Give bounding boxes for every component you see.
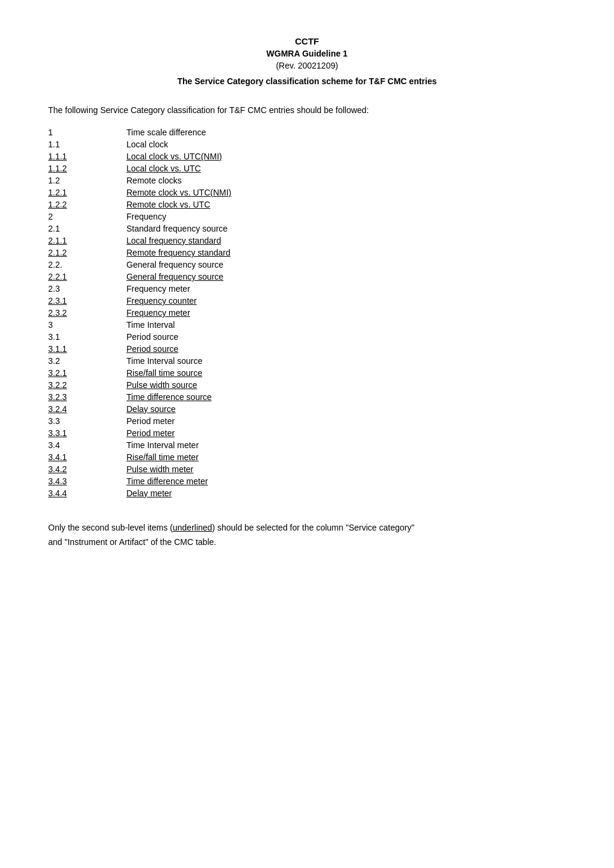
toc-num: 1.2 xyxy=(48,174,120,186)
toc-label: Local clock vs. UTC xyxy=(120,162,566,174)
toc-row: 1.2Remote clocks xyxy=(48,174,566,186)
toc-label: Pulse width meter xyxy=(120,463,566,475)
toc-num: 3.3 xyxy=(48,415,120,427)
toc-label: Local clock vs. UTC(NMI) xyxy=(120,150,566,162)
toc-row: 3.1.1Period source xyxy=(48,343,566,355)
toc-label: Time difference source xyxy=(120,391,566,403)
toc-num: 2.2. xyxy=(48,259,120,271)
toc-num: 2.2.1 xyxy=(48,271,120,283)
intro-text: The following Service Category classific… xyxy=(48,104,566,117)
toc-num: 1 xyxy=(48,126,120,138)
toc-label: General frequency source xyxy=(120,259,566,271)
toc-row: 2Frequency xyxy=(48,211,566,223)
toc-num: 3 xyxy=(48,319,120,331)
toc-label: Time Interval xyxy=(120,319,566,331)
toc-label: Frequency meter xyxy=(120,283,566,295)
toc-row: 1.2.2Remote clock vs. UTC xyxy=(48,199,566,211)
toc-num: 3.2.3 xyxy=(48,391,120,403)
toc-row: 3.4Time Interval meter xyxy=(48,439,566,451)
toc-label: Time scale difference xyxy=(120,126,566,138)
toc-row: 2.3.1Frequency counter xyxy=(48,295,566,307)
toc-num: 2.1.1 xyxy=(48,235,120,247)
toc-row: 2.2.General frequency source xyxy=(48,259,566,271)
toc-num: 2 xyxy=(48,211,120,223)
toc-row: 2.1.2Remote frequency standard xyxy=(48,247,566,259)
toc-row: 2.2.1General frequency source xyxy=(48,271,566,283)
toc-label: Frequency xyxy=(120,211,566,223)
toc-label: Remote clock vs. UTC xyxy=(120,199,566,211)
toc-row: 3.4.3Time difference meter xyxy=(48,475,566,487)
toc-row: 3.2.2Pulse width source xyxy=(48,379,566,391)
toc-row: 3.3.1Period meter xyxy=(48,427,566,439)
toc-row: 3.2.1Rise/fall time source xyxy=(48,367,566,379)
toc-label: General frequency source xyxy=(120,271,566,283)
toc-num: 3.2.2 xyxy=(48,379,120,391)
toc-row: 2.3Frequency meter xyxy=(48,283,566,295)
toc-row: 1.1.2Local clock vs. UTC xyxy=(48,162,566,174)
toc-num: 1.1.1 xyxy=(48,150,120,162)
toc-row: 3.2.4Delay source xyxy=(48,403,566,415)
toc-num: 1.2.2 xyxy=(48,199,120,211)
toc-label: Remote clocks xyxy=(120,174,566,186)
toc-label: Period meter xyxy=(120,415,566,427)
toc-num: 2.1.2 xyxy=(48,247,120,259)
toc-label: Period source xyxy=(120,331,566,343)
footer-line2: and "Instrument or Artifact" of the CMC … xyxy=(48,537,216,547)
toc-row: 3.4.4Delay meter xyxy=(48,487,566,499)
toc-label: Time Interval meter xyxy=(120,439,566,451)
toc-label: Time difference meter xyxy=(120,475,566,487)
toc-label: Rise/fall time meter xyxy=(120,451,566,463)
toc-row: 1Time scale difference xyxy=(48,126,566,138)
footer-line1-pre: Only the second sub-level items ( xyxy=(48,523,173,532)
toc-row: 1.1Local clock xyxy=(48,138,566,150)
toc-label: Time Interval source xyxy=(120,355,566,367)
toc-num: 3.1 xyxy=(48,331,120,343)
toc-label: Local frequency standard xyxy=(120,235,566,247)
toc-label: Rise/fall time source xyxy=(120,367,566,379)
toc-label: Local clock xyxy=(120,138,566,150)
toc-row: 2.3.2Frequency meter xyxy=(48,307,566,319)
toc-num: 3.4.2 xyxy=(48,463,120,475)
title-rev: (Rev. 20021209) xyxy=(48,61,566,70)
toc-num: 3.4.1 xyxy=(48,451,120,463)
toc-num: 2.3.2 xyxy=(48,307,120,319)
toc-row: 3.4.1Rise/fall time meter xyxy=(48,451,566,463)
title-wgmra: WGMRA Guideline 1 xyxy=(48,49,566,58)
toc-num: 3.2.4 xyxy=(48,403,120,415)
toc-row: 3.4.2Pulse width meter xyxy=(48,463,566,475)
toc-num: 3.3.1 xyxy=(48,427,120,439)
toc-num: 1.2.1 xyxy=(48,186,120,199)
toc-row: 3.2Time Interval source xyxy=(48,355,566,367)
title-cctf: CCTF xyxy=(48,36,566,46)
toc-num: 3.2 xyxy=(48,355,120,367)
title-main: The Service Category classification sche… xyxy=(48,76,566,86)
footer-line1-post: ) should be selected for the column "Ser… xyxy=(212,523,414,532)
toc-num: 3.4 xyxy=(48,439,120,451)
toc-label: Period meter xyxy=(120,427,566,439)
toc-label: Delay meter xyxy=(120,487,566,499)
toc-row: 3.3Period meter xyxy=(48,415,566,427)
toc-row: 2.1.1Local frequency standard xyxy=(48,235,566,247)
toc-label: Remote clock vs. UTC(NMI) xyxy=(120,186,566,199)
toc-label: Frequency counter xyxy=(120,295,566,307)
toc-label: Remote frequency standard xyxy=(120,247,566,259)
toc-num: 1.1 xyxy=(48,138,120,150)
toc-label: Delay source xyxy=(120,403,566,415)
header-section: CCTF WGMRA Guideline 1 (Rev. 20021209) T… xyxy=(48,36,566,86)
toc-row: 3Time Interval xyxy=(48,319,566,331)
toc-num: 2.3 xyxy=(48,283,120,295)
toc-label: Frequency meter xyxy=(120,307,566,319)
footer-text: Only the second sub-level items (underli… xyxy=(48,521,566,550)
toc-label: Pulse width source xyxy=(120,379,566,391)
toc-num: 3.4.4 xyxy=(48,487,120,499)
toc-num: 3.2.1 xyxy=(48,367,120,379)
toc-table: 1Time scale difference1.1Local clock1.1.… xyxy=(48,126,566,499)
toc-num: 2.3.1 xyxy=(48,295,120,307)
toc-num: 1.1.2 xyxy=(48,162,120,174)
toc-label: Standard frequency source xyxy=(120,223,566,235)
toc-row: 2.1Standard frequency source xyxy=(48,223,566,235)
toc-row: 1.1.1Local clock vs. UTC(NMI) xyxy=(48,150,566,162)
toc-row: 3.2.3Time difference source xyxy=(48,391,566,403)
toc-num: 3.1.1 xyxy=(48,343,120,355)
page: CCTF WGMRA Guideline 1 (Rev. 20021209) T… xyxy=(0,0,614,868)
